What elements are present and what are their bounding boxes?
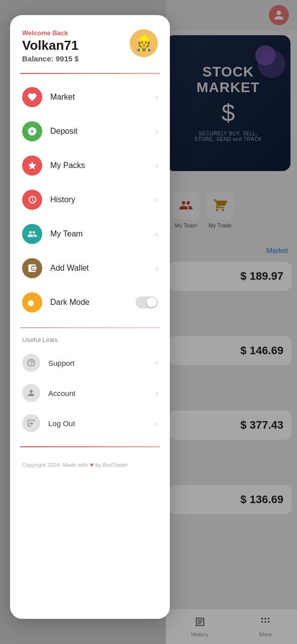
add-wallet-chevron: ›: [155, 264, 158, 272]
nav-item-account[interactable]: Account ›: [10, 378, 170, 408]
market-label: Market: [50, 93, 147, 102]
history-label: History: [50, 195, 147, 204]
nav-list: Market › Deposit › My Packs ›: [10, 74, 170, 326]
account-chevron: ›: [155, 389, 158, 397]
add-wallet-icon: [22, 258, 42, 278]
nav-item-my-team[interactable]: My Team ›: [10, 217, 170, 251]
nav-item-history[interactable]: History ›: [10, 183, 170, 217]
copyright-suffix: by BixiTrader: [95, 462, 128, 468]
my-team-nav-label: My Team: [50, 229, 147, 238]
my-team-nav-icon: [22, 224, 42, 244]
drawer-header: Welcome Back Volkan71 Balance: 9915 $ 👷: [10, 15, 170, 73]
nav-item-dark-mode[interactable]: Dark Mode: [10, 285, 170, 319]
market-icon: [22, 87, 42, 107]
nav-item-support[interactable]: Support ›: [10, 348, 170, 378]
copyright: Copyright 2024. Made with ♥ by BixiTrade…: [10, 447, 170, 476]
avatar-emoji: 👷: [135, 35, 153, 52]
my-team-chevron: ›: [155, 230, 158, 238]
deposit-label: Deposit: [50, 127, 147, 136]
section-divider: [20, 328, 160, 329]
deposit-chevron: ›: [155, 127, 158, 135]
add-wallet-label: Add Wallet: [50, 264, 147, 273]
user-info: Welcome Back Volkan71 Balance: 9915 $: [22, 29, 79, 63]
my-packs-chevron: ›: [155, 162, 158, 170]
market-chevron: ›: [155, 93, 158, 101]
nav-item-logout[interactable]: Log Out ›: [10, 408, 170, 438]
useful-links-heading: Useful Links: [10, 336, 170, 348]
balance-label: Balance: 9915 $: [22, 54, 79, 63]
history-icon: [22, 190, 42, 210]
user-avatar[interactable]: 👷: [130, 29, 158, 57]
support-icon: [22, 354, 40, 372]
toggle-knob: [147, 297, 157, 307]
history-chevron: ›: [155, 196, 158, 204]
nav-item-add-wallet[interactable]: Add Wallet ›: [10, 251, 170, 285]
nav-item-market[interactable]: Market ›: [10, 80, 170, 114]
logout-icon: [22, 414, 40, 432]
account-label: Account: [48, 389, 147, 397]
account-icon: [22, 384, 40, 402]
deposit-icon: [22, 121, 42, 141]
logout-chevron: ›: [155, 419, 158, 427]
copyright-prefix: Copyright 2024. Made with: [22, 462, 88, 468]
my-packs-icon: [22, 155, 42, 176]
support-chevron: ›: [155, 359, 158, 367]
nav-item-my-packs[interactable]: My Packs ›: [10, 148, 170, 183]
dark-mode-label: Dark Mode: [50, 298, 128, 307]
dark-mode-toggle[interactable]: [136, 296, 158, 308]
heart-icon: ♥: [90, 461, 93, 468]
welcome-label: Welcome Back: [22, 29, 79, 37]
navigation-drawer: Welcome Back Volkan71 Balance: 9915 $ 👷 …: [10, 15, 170, 619]
nav-item-deposit[interactable]: Deposit ›: [10, 114, 170, 148]
my-packs-label: My Packs: [50, 161, 147, 170]
logout-label: Log Out: [48, 419, 147, 428]
username-label: Volkan71: [22, 38, 79, 53]
support-label: Support: [48, 359, 147, 367]
dark-mode-icon: [22, 292, 42, 312]
